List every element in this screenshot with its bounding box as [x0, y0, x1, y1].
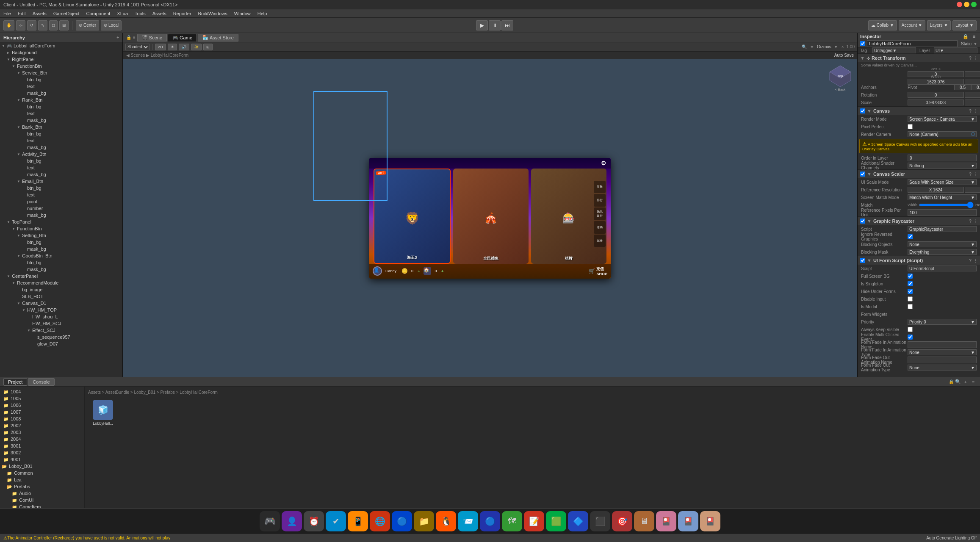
- fade-in-name-field[interactable]: [908, 341, 977, 348]
- ignore-checkbox[interactable]: [908, 234, 913, 239]
- priority-dropdown[interactable]: Priority 0 ▼: [908, 319, 977, 325]
- hierarchy-add-icon[interactable]: +: [116, 35, 119, 40]
- tree-item-bank[interactable]: ▼ Bank_Btn: [0, 124, 122, 130]
- inspector-menu-icon[interactable]: ≡: [971, 33, 977, 40]
- tree-item-goodsbtn[interactable]: ▼ GoodsBtn_Btn: [0, 252, 122, 259]
- shader-channels-dropdown[interactable]: Nothing ▼: [908, 163, 977, 169]
- tree-item-recommend[interactable]: ▼ RecommendModule: [0, 279, 122, 286]
- tree-item-rank[interactable]: ▼ Rank_Btn: [0, 97, 122, 103]
- file-item-1007[interactable]: 📁1007: [0, 409, 84, 415]
- tree-item-settingbtn[interactable]: ▼ Setting_Btn: [0, 232, 122, 239]
- dock-system[interactable]: 🖥: [634, 511, 654, 531]
- width-field[interactable]: [908, 79, 964, 85]
- fade-out-type-dropdown[interactable]: None ▼: [908, 365, 977, 371]
- hand-tool-button[interactable]: ✋: [3, 20, 14, 30]
- static-arrow[interactable]: ▼: [973, 41, 977, 46]
- dock-avatar1[interactable]: 👤: [282, 511, 302, 531]
- add-icon1[interactable]: +: [418, 268, 420, 274]
- ui-form-info[interactable]: ?: [969, 258, 972, 263]
- scene-viewport[interactable]: Top < Back ⚙ HOT 🦁 海王3: [123, 59, 857, 377]
- blocking-objects-dropdown[interactable]: None ▼: [908, 241, 977, 247]
- shop-btn[interactable]: 🛒 充值SHOP: [589, 266, 607, 276]
- dock-edge[interactable]: 🔵: [392, 511, 412, 531]
- dock-anime3[interactable]: 🎴: [700, 511, 720, 531]
- height-field[interactable]: [965, 79, 980, 85]
- tree-item-btn-bg6[interactable]: btn_bg: [0, 239, 122, 246]
- fx-button[interactable]: ✨: [191, 44, 202, 50]
- always-keep-checkbox[interactable]: [908, 327, 913, 332]
- file-item-4001[interactable]: 📁4001: [0, 456, 84, 463]
- tree-item-functionbtn[interactable]: ▼ FunctionBtn: [0, 63, 122, 69]
- tab-asset-store[interactable]: 🏪 Asset Store: [198, 34, 238, 41]
- tree-item-lobby[interactable]: ▼ 🎮 LobbyHallCoreForm: [0, 42, 122, 49]
- raycaster-menu[interactable]: ⋮: [973, 219, 977, 224]
- tag-dropdown[interactable]: Untagged ▼: [872, 47, 916, 53]
- dock-unity[interactable]: 🎮: [260, 511, 280, 531]
- gizmos-label[interactable]: Gizmos: [817, 44, 831, 49]
- minimize-button[interactable]: [964, 2, 969, 7]
- dock-phone[interactable]: 📱: [348, 511, 368, 531]
- scale-tool-button[interactable]: ⤡: [38, 20, 47, 30]
- menu-reporter[interactable]: Reporter: [173, 11, 191, 16]
- tree-item-s-seq[interactable]: s_sequence957: [0, 334, 122, 340]
- tree-item-toppanel[interactable]: ▼ TopPanel: [0, 218, 122, 225]
- tree-item-text3[interactable]: text: [0, 137, 122, 144]
- project-tab[interactable]: Project: [3, 378, 27, 386]
- gr-script-field[interactable]: GraphicRaycaster: [908, 226, 977, 232]
- file-item-1006[interactable]: 📁1006: [0, 402, 84, 409]
- console-tab[interactable]: Console: [28, 378, 54, 386]
- audio-button[interactable]: 🔊: [179, 44, 189, 50]
- ui-form-menu[interactable]: ⋮: [973, 258, 977, 263]
- tree-item-bg[interactable]: ▶ Background: [0, 49, 122, 56]
- menu-component[interactable]: Component: [86, 11, 110, 16]
- dock-ps[interactable]: 📝: [524, 511, 544, 531]
- canvas-scaler-header[interactable]: ▼ Canvas Scaler ? ⋮: [858, 170, 980, 178]
- enable-multi-checkbox[interactable]: [908, 335, 913, 340]
- rect-tool-button[interactable]: □: [49, 20, 58, 30]
- menu-file[interactable]: File: [3, 11, 11, 16]
- dock-green[interactable]: 🟩: [546, 511, 566, 531]
- canvas-menu-icon[interactable]: ⋮: [973, 109, 977, 113]
- tree-item-mask5[interactable]: mask_bg: [0, 212, 122, 218]
- tree-item-functionbtn2[interactable]: ▼ FunctionBtn: [0, 225, 122, 232]
- layer-dropdown[interactable]: UI ▼: [934, 47, 977, 53]
- menu-item-mail[interactable]: 邮件: [594, 235, 606, 247]
- screen-match-dropdown[interactable]: Match Width Or Height ▼: [908, 194, 977, 200]
- close-button[interactable]: [957, 2, 962, 7]
- project-menu-icon[interactable]: ≡: [970, 379, 977, 385]
- rot-y-field[interactable]: [965, 92, 980, 98]
- rot-x-field[interactable]: [908, 92, 964, 98]
- gear-icon[interactable]: ⚙: [601, 160, 606, 166]
- order-field[interactable]: [908, 155, 977, 161]
- dock-penguin[interactable]: 🐧: [436, 511, 456, 531]
- ui-form-checkbox[interactable]: [860, 258, 865, 263]
- pivot-y-field[interactable]: [971, 84, 980, 90]
- raycaster-checkbox[interactable]: [860, 218, 865, 224]
- singleton-checkbox[interactable]: [908, 281, 913, 286]
- tree-item-centerpanel[interactable]: ▼ CenterPanel: [0, 273, 122, 279]
- ref-res-x[interactable]: [908, 187, 964, 193]
- grid-button[interactable]: ⊞: [203, 44, 213, 50]
- tree-item-text4[interactable]: text: [0, 164, 122, 171]
- camera-info[interactable]: ⓘ: [971, 132, 975, 137]
- maximize-button[interactable]: [971, 2, 977, 7]
- object-name-field[interactable]: [867, 40, 958, 47]
- tree-item-mask2[interactable]: mask_bg: [0, 117, 122, 124]
- tree-item-mask1[interactable]: mask_bg: [0, 90, 122, 97]
- dock-version[interactable]: ✔: [326, 511, 346, 531]
- menu-gameobject[interactable]: GameObject: [53, 11, 80, 16]
- file-thumb-lobbyhall[interactable]: 🧊 LobbyHall...: [88, 398, 118, 427]
- center-button[interactable]: ⊙ Center: [76, 20, 99, 30]
- full-screen-checkbox[interactable]: [908, 274, 913, 279]
- menu-item-activity[interactable]: 活动: [594, 221, 606, 234]
- tree-item-btn-bg7[interactable]: btn_bg: [0, 259, 122, 266]
- rotate-tool-button[interactable]: ↺: [27, 20, 36, 30]
- lock-icon[interactable]: 🔒: [962, 33, 969, 40]
- dock-clock[interactable]: ⏰: [304, 511, 324, 531]
- active-checkbox[interactable]: [860, 41, 865, 46]
- menu-item-bank[interactable]: 钱包银行: [594, 207, 606, 220]
- add-icon2[interactable]: +: [441, 268, 443, 274]
- menu-item-rank[interactable]: 排行: [594, 194, 606, 207]
- project-search-icon[interactable]: 🔍: [955, 379, 961, 385]
- canvas-info-icon[interactable]: ?: [969, 109, 972, 113]
